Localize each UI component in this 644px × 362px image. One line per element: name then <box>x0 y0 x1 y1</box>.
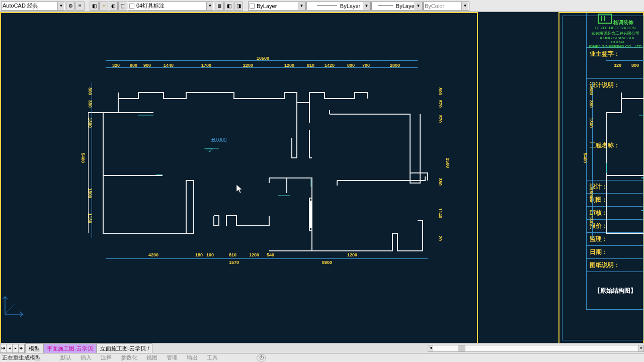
main-toolbar: AutoCAD 经典 ▼ ⚙ ≡ ◧ ☀ ◐ ⬚ 04灯具标注 ▼ ≣ ◧ ◨ … <box>0 0 644 12</box>
tab-prev-button[interactable]: ◂ <box>7 344 13 352</box>
dropdown-arrow-icon: ▼ <box>415 2 422 10</box>
dim-line-right <box>442 82 442 253</box>
workspace-dropdown[interactable]: AutoCAD 经典 ▼ <box>1 2 65 11</box>
layer-color-swatch <box>129 4 134 9</box>
toolbar-layer-icon4[interactable]: ⬚ <box>118 2 127 11</box>
toolbar-layer-btn2[interactable]: ◧ <box>224 2 233 11</box>
color-dropdown[interactable]: ByLayer ▼ <box>248 2 306 11</box>
dim2-l3: 5400 <box>583 153 588 163</box>
power-icon[interactable]: ⏻ <box>257 354 266 361</box>
dim-l2: 1300 <box>88 118 93 128</box>
dim-b0: 4200 <box>148 252 158 257</box>
linetype-preview <box>317 6 337 6</box>
dim-l5: 1130 <box>88 213 93 223</box>
command-line[interactable]: 正在重生成模型 默认 插入 注释 参数化 视图 管理 输出 工具 ⏻ <box>0 353 644 362</box>
linetype-dropdown[interactable]: ByLayer ▼ <box>306 2 371 11</box>
toolbar-layer-icon1[interactable]: ◧ <box>90 2 99 11</box>
menu-view[interactable]: 视图 <box>146 354 157 361</box>
dim-t9: 800 <box>347 63 355 68</box>
drawing-canvas[interactable]: 格调装饰 STYLE DECORATION 嘉兴格调装饰工程有限公司 JIAXI… <box>0 12 644 342</box>
dim-r4: 380 <box>438 178 443 186</box>
floor-plan <box>88 82 440 253</box>
tab-plan-label: 平面施工图-云学贝 <box>47 345 93 351</box>
dim-b8: 8800 <box>322 260 332 265</box>
dim2-t0: 320 <box>614 63 621 68</box>
dropdown-arrow-icon: ▼ <box>461 2 468 10</box>
dim-b1: 180 <box>195 252 203 257</box>
menu-output[interactable]: 输出 <box>187 354 198 361</box>
dim-t5: 2200 <box>243 63 253 68</box>
menu-insert[interactable]: 插入 <box>80 354 92 361</box>
dim-b4: 1200 <box>249 252 259 257</box>
dim-b3: 810 <box>229 252 236 257</box>
layer-dropdown[interactable]: 04灯具标注 ▼ <box>128 2 214 11</box>
dim-b5: 540 <box>267 252 274 257</box>
dim-line-top <box>106 60 418 61</box>
dim-l0: 800 <box>88 87 93 95</box>
menu-manage[interactable]: 管理 <box>167 354 178 361</box>
linetype-label: ByLayer <box>340 3 360 9</box>
dim-r0: 800 <box>438 87 443 95</box>
scroll-right-button[interactable]: ▸ <box>638 345 643 351</box>
tab-last-button[interactable]: ⏭ <box>19 344 25 352</box>
layout-tabs-bar: ⏮ ◂ ▸ ⏭ 模型 平面施工图-云学贝 立面施工图-云学贝 / ◂ ▸ <box>0 343 644 353</box>
toolbar-layer-icon2[interactable]: ☀ <box>99 2 108 11</box>
tab-elevation[interactable]: 立面施工图-云学贝 / <box>97 343 153 353</box>
dim-l1: 380 <box>88 100 93 108</box>
ucs-icon <box>3 294 25 317</box>
dim-t3: 1440 <box>164 63 174 68</box>
svg-rect-5 <box>309 201 312 228</box>
lineweight-preview <box>378 6 393 6</box>
menu-tools[interactable]: 工具 <box>207 354 218 361</box>
color-label: ByLayer <box>257 3 277 9</box>
dropdown-arrow-icon: ▼ <box>206 2 213 10</box>
lineweight-dropdown[interactable]: ByLayer ▼ <box>371 2 423 11</box>
dim2-l1: 380 <box>589 100 594 108</box>
dim-l3: 5400 <box>80 153 86 163</box>
toolbar-layer-btn3[interactable]: ◨ <box>234 2 243 11</box>
dim2-l2: 1300 <box>589 118 594 128</box>
dim-r3: 2500 <box>445 158 450 168</box>
dim-t11: 2000 <box>390 63 400 68</box>
dim-b2: 100 <box>206 252 214 257</box>
menu-annotate[interactable]: 注释 <box>101 354 112 361</box>
second-drawing-preview: 320 800 800 380 1300 5400 1800 1130 <box>558 12 644 344</box>
tab-nav: ⏮ ◂ ▸ ⏭ <box>0 344 25 353</box>
tab-model[interactable]: 模型 <box>25 343 43 353</box>
dim2-l0: 800 <box>589 87 594 95</box>
dim-t8: 1420 <box>325 63 335 68</box>
toolbar-layer-icon3[interactable]: ◐ <box>109 2 118 11</box>
toolbar-props-icon[interactable]: ≡ <box>75 2 85 11</box>
tab-first-button[interactable]: ⏮ <box>1 344 7 352</box>
dim-r1: 570 <box>438 100 443 108</box>
dim-t10: 700 <box>362 63 370 68</box>
toolbar-layer-btn1[interactable]: ≣ <box>215 2 224 11</box>
tab-next-button[interactable]: ▸ <box>13 344 19 352</box>
toolbar-settings-icon[interactable]: ⚙ <box>66 2 75 11</box>
dim-l4: 1800 <box>88 188 93 198</box>
dim2-l5: 1130 <box>589 213 594 223</box>
tab-plan[interactable]: 平面施工图-云学贝 <box>43 343 97 353</box>
lineweight-label: ByLayer <box>396 3 416 9</box>
dim-t2: 900 <box>143 63 151 68</box>
dropdown-arrow-icon: ▼ <box>363 2 370 10</box>
scroll-thumb[interactable] <box>458 345 465 351</box>
dim-r2: 570 <box>438 115 443 123</box>
dim-t6: 1200 <box>284 63 294 68</box>
plotstyle-label: ByColor <box>425 3 444 9</box>
dim-b6: 1200 <box>347 252 357 257</box>
scroll-left-button[interactable]: ◂ <box>428 345 433 351</box>
dim-r6: 20 <box>438 236 443 241</box>
dim-line-bottom <box>106 258 428 259</box>
color-swatch <box>250 4 255 9</box>
dim-t1: 800 <box>130 63 137 68</box>
dim-line-top2 <box>106 67 418 68</box>
horizontal-scrollbar[interactable]: ◂ ▸ <box>428 345 644 352</box>
level-marker-icon <box>204 149 219 152</box>
menu-default[interactable]: 默认 <box>60 354 71 361</box>
dim2-t1: 800 <box>631 63 639 68</box>
menu-param[interactable]: 参数化 <box>121 354 137 361</box>
tab-elevation-label: 立面施工图-云学贝 <box>100 345 146 351</box>
plotstyle-dropdown[interactable]: ByColor ▼ <box>423 2 469 11</box>
dim-t7: 810 <box>307 63 314 68</box>
